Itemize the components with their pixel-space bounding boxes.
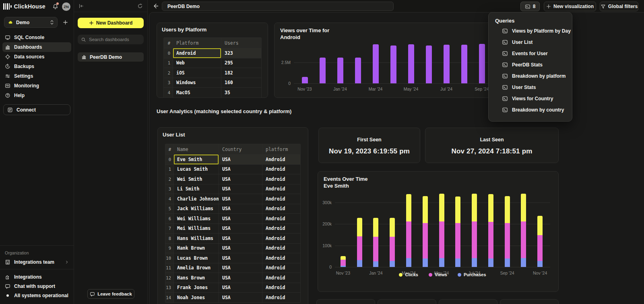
legend-item-views[interactable]: Views [429, 272, 447, 277]
query-item[interactable]: Breakdown by country [502, 104, 572, 116]
table-row[interactable]: 4MacOS35 [164, 87, 261, 97]
bar-segment-clicks-Jun '24[interactable] [455, 196, 460, 223]
table-row[interactable]: 2Wei SmithUSAAndroid [165, 174, 300, 184]
bar-segment-clicks-Mar '24[interactable] [406, 194, 411, 222]
dashboard-title-input[interactable]: PeerDB Demo [162, 2, 394, 11]
bar-segment-views-Oct '24[interactable] [521, 221, 526, 258]
table-row[interactable]: 3Li SmithUSAAndroid [165, 184, 300, 194]
bar-Dec '23[interactable] [320, 58, 326, 83]
bar-segment-purchases-Oct '24[interactable] [521, 258, 526, 267]
bar-segment-views-Jul '24[interactable] [472, 221, 477, 258]
visualization-count-button[interactable]: 8 [520, 2, 540, 11]
sidebar-item-integrations-team[interactable]: Integrations team [5, 259, 69, 265]
bar-segment-purchases-Nov '24[interactable] [537, 261, 543, 267]
bar-segment-purchases-Mar '24[interactable] [406, 258, 411, 267]
connect-button[interactable]: Connect [3, 104, 70, 115]
table-row[interactable]: 3Windows160 [164, 78, 261, 88]
bar-segment-views-Feb '24[interactable] [390, 237, 395, 261]
sidebar-item-dashboards[interactable]: Dashboards [2, 42, 71, 52]
bar-segment-clicks-May '24[interactable] [439, 194, 444, 221]
new-dashboard-button[interactable]: New Dashboard [78, 18, 144, 28]
bar-segment-purchases-Jan '24[interactable] [373, 261, 378, 267]
query-item[interactable]: User List [502, 37, 572, 48]
collapse-panel-icon[interactable] [78, 3, 84, 9]
table-row[interactable]: 7Mei WilliamsUSAAndroid [165, 223, 300, 234]
bar-segment-clicks-Nov '24[interactable] [537, 216, 543, 235]
bar-segment-purchases-Aug '24[interactable] [488, 259, 493, 267]
bar-Jul '24[interactable] [444, 45, 450, 83]
sidebar-item-monitoring[interactable]: Monitoring [2, 81, 71, 91]
new-visualization-button[interactable]: New visualization [544, 2, 596, 11]
bar-segment-views-Apr '24[interactable] [423, 223, 428, 259]
table-row[interactable]: 11Amelia BrownUSAAndroid [165, 263, 300, 273]
table-row[interactable]: 13Frank JonesUSAAndroid [165, 283, 300, 293]
bar-segment-clicks-Aug '24[interactable] [488, 194, 493, 222]
refresh-icon[interactable] [137, 3, 143, 9]
bar-segment-clicks-Sep '24[interactable] [505, 196, 510, 223]
notifications-bell-icon[interactable] [51, 2, 60, 11]
query-item[interactable]: Views by Platform by Day [502, 25, 572, 37]
bar-segment-views-Nov '23[interactable] [341, 260, 346, 266]
table-row[interactable]: 8Hans WilliamsUSAAndroid [165, 233, 300, 243]
sidebar-item-backups[interactable]: Backups [2, 62, 71, 71]
table-row[interactable]: 0Android323 [164, 48, 261, 58]
bar-Jun '24[interactable] [426, 45, 432, 83]
bar-Sep '24[interactable] [479, 44, 485, 83]
bar-segment-purchases-Nov '23[interactable] [341, 266, 346, 267]
query-item[interactable]: User Stats [502, 82, 572, 93]
bar-segment-clicks-Apr '24[interactable] [423, 196, 428, 223]
system-status[interactable]: All systems operational [5, 293, 69, 298]
bar-Nov '23[interactable] [302, 77, 308, 83]
table-row[interactable]: 0Eve SmithUSAAndroid [165, 154, 300, 164]
sidebar-item-help[interactable]: Help [2, 91, 71, 100]
bar-segment-purchases-Dec '23[interactable] [357, 260, 362, 267]
sidebar-item-sql-console[interactable]: SQL Console [2, 33, 71, 42]
bar-segment-views-Sep '24[interactable] [505, 223, 510, 259]
table-row[interactable]: 4Charlie JohnsonUSAAndroid [165, 194, 300, 204]
legend-item-purchases[interactable]: Purchases [458, 272, 486, 277]
query-item[interactable]: Views for Country [502, 93, 572, 104]
bar-segment-views-May '24[interactable] [439, 221, 444, 258]
bar-Aug '24[interactable] [461, 45, 467, 83]
bar-segment-clicks-Jul '24[interactable] [472, 194, 477, 221]
bar-segment-views-Jun '24[interactable] [455, 223, 460, 259]
bar-segment-clicks-Nov '23[interactable] [341, 256, 346, 260]
bar-segment-purchases-Feb '24[interactable] [390, 261, 395, 267]
bar-Feb '24[interactable] [355, 58, 361, 83]
workspace-select[interactable]: Demo [4, 17, 58, 28]
dashboard-list-item[interactable]: PeerDB Demo [78, 52, 144, 62]
table-row[interactable]: 10Lucas BrownUSAAndroid [165, 253, 300, 263]
sidebar-item-data-sources[interactable]: Data sources [2, 52, 71, 62]
bar-segment-views-Aug '24[interactable] [488, 222, 493, 259]
global-filters-button[interactable]: Global filters [600, 2, 638, 11]
bar-segment-purchases-May '24[interactable] [439, 258, 444, 267]
bar-Apr '24[interactable] [390, 45, 396, 83]
bar-segment-clicks-Feb '24[interactable] [390, 218, 395, 236]
bar-segment-views-Nov '24[interactable] [537, 235, 543, 261]
bar-segment-clicks-Oct '24[interactable] [521, 194, 526, 222]
legend-item-clicks[interactable]: Clicks [399, 272, 418, 277]
leave-feedback-button[interactable]: Leave feedback [87, 289, 134, 299]
table-row[interactable]: 12Hans BrownUSAAndroid [165, 273, 300, 283]
bar-segment-clicks-Jan '24[interactable] [373, 218, 378, 236]
bar-Jan '24[interactable] [337, 58, 343, 83]
avatar[interactable]: ZN [62, 2, 70, 11]
table-row[interactable]: 2iOS182 [164, 68, 261, 78]
table-row[interactable]: 5Jack WilliamsUSAAndroid [165, 204, 300, 214]
bar-segment-views-Mar '24[interactable] [406, 221, 411, 258]
query-item[interactable]: Breakdown by platform [502, 70, 572, 82]
query-item[interactable]: Events for User [502, 48, 572, 59]
bar-segment-purchases-Sep '24[interactable] [505, 259, 510, 267]
table-row[interactable]: 9Hank BrownUSAAndroid [165, 243, 300, 253]
bar-segment-views-Jan '24[interactable] [373, 237, 378, 261]
bar-segment-purchases-Apr '24[interactable] [423, 259, 428, 267]
bar-segment-clicks-Dec '23[interactable] [357, 218, 362, 236]
bar-Mar '24[interactable] [373, 44, 379, 83]
add-workspace-button[interactable] [61, 18, 70, 27]
table-row[interactable]: 6Wei WilliamsUSAAndroid [165, 213, 300, 223]
table-row[interactable]: 1Web295 [164, 58, 261, 68]
bar-segment-purchases-Jun '24[interactable] [455, 259, 460, 267]
query-item[interactable]: PeerDB Stats [502, 59, 572, 70]
bar-segment-views-Dec '23[interactable] [357, 236, 362, 261]
back-arrow-icon[interactable] [153, 3, 159, 10]
